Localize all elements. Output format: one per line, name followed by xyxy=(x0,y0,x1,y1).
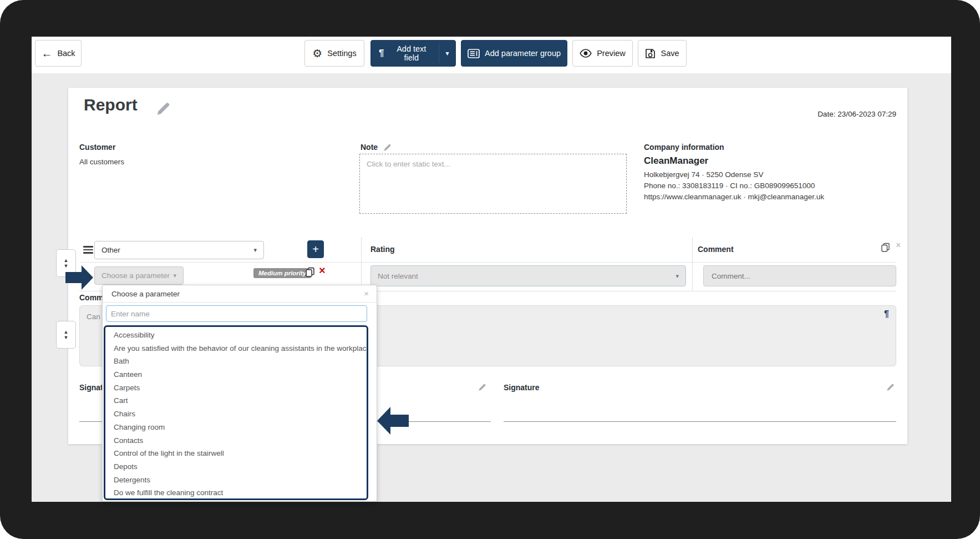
eye-icon xyxy=(580,49,592,58)
settings-button[interactable]: ⚙ Settings xyxy=(304,40,364,67)
back-arrow-icon: ← xyxy=(41,47,52,60)
parameter-option[interactable]: Canteen xyxy=(105,368,367,381)
customer-label: Customer xyxy=(79,143,115,152)
comment-column-header: Comment xyxy=(698,245,734,254)
caret-down-icon: ▾ xyxy=(173,272,176,279)
parameter-option[interactable]: Contacts xyxy=(105,434,367,447)
sort-up-icon: ▲ xyxy=(64,258,69,263)
preview-label: Preview xyxy=(597,49,626,58)
drag-handle-icon[interactable] xyxy=(83,246,93,254)
caret-down-icon: ▾ xyxy=(446,49,449,57)
company-web-line: https://www.cleanmanager.uk · mkj@cleanm… xyxy=(644,193,824,201)
parameter-option[interactable]: Do we fulfill the cleaning contract xyxy=(105,486,367,500)
customer-value: All customers xyxy=(79,158,124,166)
pointer-arrow-left-icon xyxy=(377,407,409,437)
static-text-area[interactable]: ¶ xyxy=(366,305,896,366)
rating-value: Not relevant xyxy=(378,272,418,280)
caret-down-icon: ▾ xyxy=(253,246,257,254)
parameter-option[interactable]: Cart xyxy=(105,394,367,407)
save-icon xyxy=(645,48,656,59)
rating-select[interactable]: Not relevant ▾ xyxy=(370,265,686,286)
parameter-option[interactable]: Bath xyxy=(105,355,367,368)
panel-title: Choose a parameter xyxy=(111,290,180,298)
list-icon xyxy=(468,49,480,58)
choose-parameter-label: Choose a parameter xyxy=(101,271,170,280)
add-parameter-group-label: Add parameter group xyxy=(485,49,561,58)
note-placeholder: Click to enter static text... xyxy=(367,160,450,168)
back-button[interactable]: ← Back xyxy=(35,40,82,67)
edit-note-pencil-icon[interactable] xyxy=(383,143,392,154)
add-text-field-label: Add text field xyxy=(389,44,434,62)
page-title: Report xyxy=(84,95,138,114)
company-phone-line: Phone no.: 3308183119 · CI no.: GB089099… xyxy=(644,182,815,190)
remove-row-icon[interactable]: × xyxy=(319,264,326,277)
copy-column-icon[interactable] xyxy=(881,243,890,254)
parameter-search-input[interactable] xyxy=(106,305,367,322)
add-parameter-button[interactable]: + xyxy=(307,240,324,258)
pilcrow-icon: ¶ xyxy=(884,309,889,319)
company-name: CleanManager xyxy=(644,155,708,167)
save-button[interactable]: Save xyxy=(638,40,687,67)
parameter-option[interactable]: Are you satisfied with the behavior of o… xyxy=(105,342,367,355)
sort-up-icon: ▲ xyxy=(64,329,69,335)
pointer-arrow-right-icon xyxy=(65,265,93,292)
copy-row-icon[interactable] xyxy=(305,267,315,279)
note-label: Note xyxy=(360,143,378,152)
column-divider-1 xyxy=(361,238,362,291)
company-address: Holkebjergvej 74 · 5250 Odense SV xyxy=(644,170,763,179)
edit-signature-right-pencil-icon[interactable] xyxy=(886,383,895,394)
close-icon[interactable]: × xyxy=(364,289,369,298)
edit-title-pencil-icon[interactable] xyxy=(156,101,171,118)
group-type-select[interactable]: Other ▾ xyxy=(94,241,264,259)
parameter-option[interactable]: Detergents xyxy=(105,473,367,487)
plus-icon: + xyxy=(312,243,319,256)
table-header-divider xyxy=(79,262,896,263)
company-info-label: Company information xyxy=(644,143,724,152)
add-text-field-button[interactable]: ¶ Add text field ▾ xyxy=(370,40,456,67)
panel-divider xyxy=(103,302,377,303)
caret-down-icon: ▾ xyxy=(676,273,679,280)
pilcrow-icon: ¶ xyxy=(379,48,384,59)
settings-label: Settings xyxy=(327,49,356,58)
column-divider-2 xyxy=(692,238,693,291)
note-static-text-box[interactable]: Click to enter static text... xyxy=(359,154,627,214)
parameter-option[interactable]: Accessibility xyxy=(105,329,367,342)
remove-column-icon[interactable]: × xyxy=(896,240,901,250)
back-label: Back xyxy=(57,49,75,58)
comment-input[interactable] xyxy=(703,265,896,286)
choose-parameter-panel: Choose a parameter × AccessibilityAre yo… xyxy=(102,285,377,502)
add-text-field-caret[interactable]: ▾ xyxy=(439,44,455,63)
save-label: Save xyxy=(661,49,679,58)
report-date: Date: 23/06-2023 07:29 xyxy=(817,110,896,118)
comment-text: Can xyxy=(87,313,100,321)
parameter-option[interactable]: Depots xyxy=(105,460,367,473)
add-parameter-group-button[interactable]: Add parameter group xyxy=(461,40,567,67)
gear-icon: ⚙ xyxy=(312,47,322,60)
rating-column-header: Rating xyxy=(370,245,395,254)
parameter-option[interactable]: Chairs xyxy=(105,407,367,421)
parameter-option[interactable]: Carpets xyxy=(105,381,367,395)
choose-parameter-button[interactable]: Choose a parameter ▾ xyxy=(94,266,184,285)
group-type-value: Other xyxy=(101,246,120,254)
signature-right-label: Signature xyxy=(504,383,540,392)
parameter-list: AccessibilityAre you satisfied with the … xyxy=(104,325,368,500)
edit-signature-left-pencil-icon[interactable] xyxy=(478,383,486,394)
preview-button[interactable]: Preview xyxy=(572,40,633,67)
sort-down-icon: ▼ xyxy=(64,335,69,340)
signature-right-line xyxy=(504,421,896,422)
priority-badge: Medium priority xyxy=(253,268,311,278)
screen: ← Back ⚙ Settings ¶ Add text field ▾ Add… xyxy=(0,0,980,539)
sort-section-handle[interactable]: ▲ ▼ xyxy=(56,321,76,349)
parameter-option[interactable]: Changing room xyxy=(105,421,367,434)
parameter-option[interactable]: Control of the light in the stairwell xyxy=(105,447,367,460)
